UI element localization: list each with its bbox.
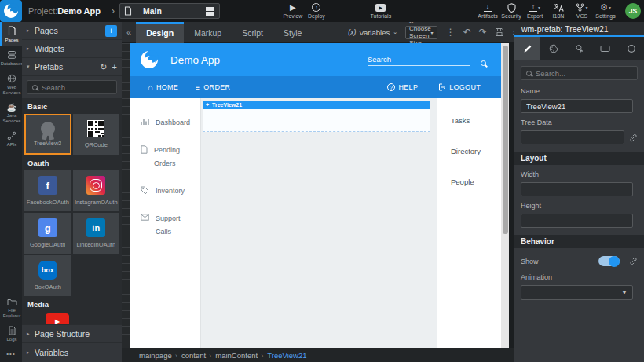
tab-styles[interactable] — [540, 37, 566, 60]
rail-item-web-services[interactable]: Web Services — [0, 70, 22, 99]
panel-divider — [509, 43, 514, 362]
properties-search-input[interactable] — [536, 69, 622, 78]
rail-item-apis[interactable]: APIs — [0, 127, 22, 151]
breadcrumb-content[interactable]: content — [175, 351, 206, 360]
home-icon: ⌂ — [148, 82, 153, 92]
tab-script[interactable]: Script — [232, 22, 273, 43]
deploy-button[interactable]: ↑ Deploy — [305, 0, 328, 22]
tab-events[interactable] — [566, 37, 592, 60]
chart-icon — [141, 118, 149, 130]
artifacts-button[interactable]: ↓ Artifacts — [476, 0, 499, 22]
undo-icon[interactable]: ↶ — [459, 27, 475, 38]
i18n-button[interactable]: I18N — [547, 0, 570, 22]
kebab-menu-icon[interactable]: ⋮ — [442, 27, 459, 38]
widget-drop-area[interactable] — [203, 109, 430, 132]
tab-style[interactable]: Style — [273, 22, 312, 43]
prefab-tile-boxoauth[interactable]: box BoxOAuth — [24, 255, 71, 296]
save-icon[interactable] — [491, 27, 508, 37]
refresh-icon[interactable]: ↻ — [100, 62, 107, 72]
breadcrumb-treeview21[interactable]: TreeView21 — [261, 351, 306, 360]
export-button[interactable]: ↑▾ Export — [523, 0, 547, 22]
selected-widget-treeview21[interactable]: + TreeView21 — [203, 101, 430, 132]
preview-button[interactable]: ▶ Preview — [281, 0, 305, 22]
settings-button[interactable]: ⚙▾ Settings — [594, 0, 617, 22]
rail-item-logs[interactable]: Logs — [0, 322, 22, 346]
wavemaker-logo-icon[interactable] — [0, 0, 22, 22]
tree-data-field: Tree Data — [514, 113, 644, 144]
bind-link-icon[interactable] — [629, 257, 638, 265]
nav-home[interactable]: ⌂ HOME — [148, 82, 178, 92]
name-input[interactable] — [521, 99, 633, 113]
screen-size-select[interactable]: -- Choose Screen Size -- ▾ — [405, 26, 437, 39]
prefab-tile-facebookoauth[interactable]: f FacebookOAuth — [24, 170, 71, 211]
tab-design[interactable]: Design — [136, 22, 184, 43]
pages-grid-icon[interactable] — [206, 7, 214, 16]
prefab-tile-googleoauth[interactable]: g GoogleOAuth — [24, 213, 71, 254]
tree-data-input[interactable] — [521, 130, 624, 144]
app-search-input[interactable] — [368, 53, 470, 66]
prefab-search-input[interactable] — [42, 83, 104, 92]
scrollbar-thumb[interactable] — [503, 46, 508, 234]
redo-icon[interactable]: ↷ — [475, 27, 491, 38]
google-icon: g — [38, 218, 57, 237]
rail-item-java-services[interactable]: ☕ Java Services — [0, 99, 22, 127]
nav-order[interactable]: ≡ ORDER — [196, 83, 230, 92]
properties-panel-title: wm-prefab: TreeView21 — [514, 22, 644, 37]
page-structure-section-header[interactable]: ▸ Page Structure — [22, 324, 122, 343]
tab-properties[interactable] — [514, 37, 540, 60]
video-icon: ▶ — [375, 3, 386, 12]
prefabs-section-header[interactable]: ▾ Prefabs ↻ + — [22, 58, 122, 76]
widgets-section-header[interactable]: ▸ Widgets — [22, 40, 122, 58]
sidebar-item-dashboard[interactable]: Dashboard — [130, 109, 200, 137]
height-input[interactable] — [521, 214, 633, 228]
animation-select[interactable]: ▼ — [521, 285, 633, 300]
add-page-button[interactable]: + — [105, 25, 117, 37]
list-item-people[interactable]: People — [451, 172, 501, 203]
add-prefab-button[interactable]: + — [112, 62, 117, 71]
youtube-icon[interactable]: ▶ — [46, 313, 69, 324]
more-options-icon[interactable]: ••• — [0, 346, 22, 362]
variables-section-header[interactable]: ▸ Variables — [22, 343, 122, 362]
nav-help[interactable]: ? HELP — [387, 83, 418, 91]
show-toggle[interactable] — [598, 256, 620, 266]
sidebar-item-support-calls[interactable]: Support Calls — [130, 205, 200, 246]
app-title: Demo App — [170, 54, 368, 66]
sidebar-item-inventory[interactable]: Inventory — [130, 177, 200, 205]
prefab-tile-treeview2[interactable]: TreeView2 — [24, 114, 71, 155]
prefab-tile-instagramoauth[interactable]: InstagramOAuth — [73, 170, 120, 211]
variables-dropdown[interactable]: (x) Variables ⌄ — [348, 28, 397, 37]
rail-item-databases[interactable]: Databases — [0, 46, 22, 70]
bind-link-icon[interactable] — [629, 133, 638, 142]
tab-device[interactable] — [592, 37, 618, 60]
widget-label-bar[interactable]: + TreeView21 — [203, 101, 430, 109]
page-selector[interactable]: Main — [119, 3, 220, 19]
user-avatar[interactable]: JS — [625, 3, 641, 19]
pages-section-header[interactable]: ▸ Pages + — [22, 22, 122, 40]
rail-item-file-explorer[interactable]: File Explorer — [0, 294, 22, 322]
sidebar-item-pending-orders[interactable]: Pending Orders — [130, 137, 200, 177]
tab-markup[interactable]: Markup — [184, 22, 232, 43]
tutorials-button[interactable]: ▶ Tutorials — [369, 0, 393, 22]
prefab-tile-linkedinoauth[interactable]: in LinkedInOAuth — [73, 213, 120, 254]
globe-icon — [7, 74, 16, 83]
pencil-icon — [523, 44, 532, 53]
vcs-button[interactable]: ▾ VCS — [570, 0, 594, 22]
list-item-directory[interactable]: Directory — [451, 141, 501, 172]
security-button[interactable]: Security — [499, 0, 523, 22]
canvas-scrollbar[interactable] — [501, 43, 509, 348]
expanded-arrow-icon: ▾ — [27, 64, 35, 70]
rail-item-pages[interactable]: Pages — [0, 22, 22, 46]
ring-icon — [627, 44, 636, 53]
nav-logout[interactable]: LOGOUT — [438, 83, 481, 91]
caret-down-icon: ▾ — [431, 30, 434, 35]
breadcrumb-mainpage[interactable]: mainpage — [139, 351, 172, 360]
group-label-oauth: Oauth — [22, 155, 122, 170]
search-icon[interactable] — [481, 60, 486, 66]
topbar: Project:Demo App › Main ▶ Preview ↑ Depl… — [0, 0, 644, 22]
list-item-tasks[interactable]: Tasks — [451, 111, 501, 141]
collapse-left-icon[interactable]: « — [122, 27, 136, 37]
width-input[interactable] — [521, 182, 633, 196]
tab-security[interactable] — [618, 37, 644, 60]
breadcrumb-maincontent[interactable]: mainContent — [209, 351, 258, 360]
prefab-tile-qrcode[interactable]: QRCode — [73, 114, 120, 155]
